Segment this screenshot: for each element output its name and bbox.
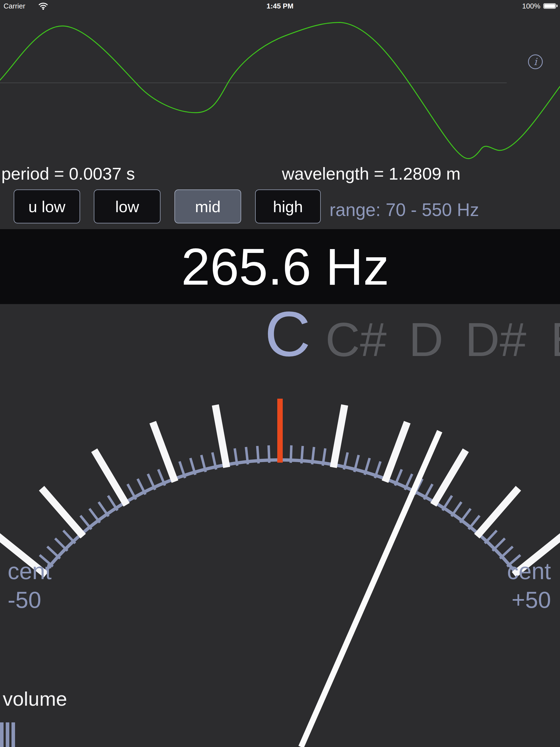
battery-icon-nub [556,5,558,7]
range-button-low[interactable]: low [94,189,160,223]
wavelength-readout: wavelength = 1.2809 m [282,165,460,182]
range-readout: range: 70 - 550 Hz [330,201,479,219]
volume-bar [6,722,9,747]
volume-meter [0,722,33,747]
gauge-major-tick [153,422,175,482]
clock: 1:45 PM [0,2,560,10]
frequency-band: 265.6 Hz [0,229,560,304]
cent-scale-right-label: cent +50 [507,557,551,614]
waveform-trace [0,22,560,159]
gauge-major-tick [477,488,518,536]
note-csharp: C# [325,315,387,363]
range-button-ulow-label: u low [28,198,65,216]
gauge-needle [301,431,440,747]
battery-icon [543,3,556,9]
volume-bar [11,722,15,747]
range-button-high[interactable]: high [255,189,321,223]
gauge-major-tick [433,450,466,505]
range-button-ulow[interactable]: u low [14,189,80,223]
period-readout: period = 0.0037 s [1,165,135,182]
range-button-mid[interactable]: mid [175,189,241,223]
battery-percent: 100% [522,2,541,10]
volume-label: volume [3,689,67,709]
gauge-major-tick [94,450,127,505]
status-bar: Carrier 1:45 PM 100% [0,0,560,12]
cent-scale-left-label: cent -50 [8,557,52,614]
range-button-low-label: low [115,198,139,216]
note-e: E [551,315,560,363]
range-button-high-label: high [273,198,303,216]
gauge-major-tick [215,405,227,467]
note-d: D [409,315,443,363]
waveform-plot [0,12,560,165]
gauge-major-tick [385,422,407,482]
gauge-major-tick [42,488,83,536]
note-dsharp: D# [465,315,526,363]
info-button[interactable]: i [528,54,543,69]
gauge-arc [44,460,516,573]
volume-bar [0,722,4,747]
range-button-mid-label: mid [195,198,221,216]
gauge-major-tick [333,405,345,467]
note-c: C [265,302,311,366]
tuner-gauge [0,383,560,747]
frequency-readout: 265.6 Hz [0,229,560,304]
info-icon: i [534,57,537,67]
